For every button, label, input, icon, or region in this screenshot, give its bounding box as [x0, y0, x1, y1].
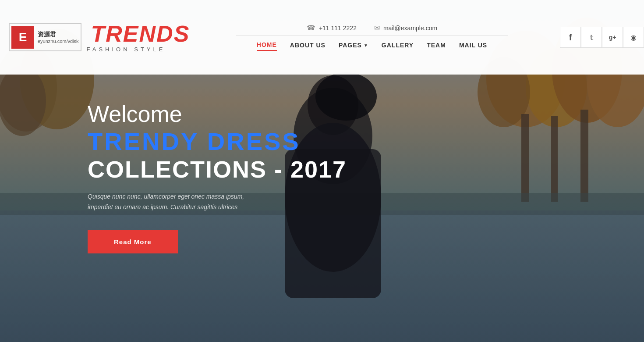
logo-text: 资源君 eyunzhu.com/vdisk	[38, 31, 79, 44]
nav-about[interactable]: ABOUT US	[290, 40, 326, 50]
nav-team[interactable]: TEAM	[427, 40, 446, 50]
hero-trendy-text: TRENDY DRESS	[88, 127, 347, 156]
logo-badge-container: E 资源君 eyunzhu.com/vdisk	[9, 23, 81, 51]
nav-home[interactable]: HOME	[257, 39, 277, 51]
email-icon: ✉	[374, 24, 380, 32]
facebook-button[interactable]: f	[560, 27, 581, 48]
social-bar: f 𝕥 g+ ◉	[560, 27, 644, 48]
main-nav: HOME ABOUT US PAGES ▼ GALLERY TEAM MAIL …	[257, 39, 487, 51]
header-divider	[236, 36, 508, 36]
logo-e-badge: E	[11, 26, 34, 49]
logo-area: E 资源君 eyunzhu.com/vdisk TRENDS FASHION S…	[0, 22, 184, 53]
nav-pages[interactable]: PAGES ▼	[339, 40, 368, 50]
hero-content: Welcome TRENDY DRESS COLLECTIONS - 2017 …	[88, 101, 347, 253]
logo-chinese: 资源君	[38, 31, 79, 39]
brand-tagline: FASHION STYLE	[87, 46, 190, 53]
hero-collections-text: COLLECTIONS - 2017	[88, 156, 347, 183]
nav-gallery[interactable]: GALLERY	[382, 40, 414, 50]
phone-number: +11 111 2222	[319, 25, 357, 32]
hero-description: Quisque nunc nunc, ullamcorper eget onec…	[88, 192, 307, 213]
twitter-button[interactable]: 𝕥	[581, 27, 602, 48]
brand-name: TRENDS	[91, 22, 190, 45]
phone-contact: ☎ +11 111 2222	[307, 24, 357, 32]
pages-dropdown-icon: ▼	[364, 43, 368, 48]
contact-bar: ☎ +11 111 2222 ✉ mail@example.com	[307, 24, 437, 32]
brand-block: TRENDS FASHION STYLE	[87, 22, 190, 53]
header: E 资源君 eyunzhu.com/vdisk TRENDS FASHION S…	[0, 0, 644, 75]
email-address: mail@example.com	[383, 25, 437, 32]
nav-mail[interactable]: MAIL US	[459, 40, 487, 50]
hero-desc-line1: Quisque nunc nunc, ullamcorper eget onec…	[88, 193, 244, 200]
email-contact: ✉ mail@example.com	[374, 24, 437, 32]
header-center: ☎ +11 111 2222 ✉ mail@example.com HOME A…	[236, 24, 508, 51]
dribbble-button[interactable]: ◉	[623, 27, 644, 48]
read-more-button[interactable]: Read More	[88, 230, 178, 253]
logo-url: eyunzhu.com/vdisk	[38, 39, 79, 44]
phone-icon: ☎	[307, 24, 315, 32]
hero-desc-line2: imperdiet eu ornare ac ipsum. Curabitur …	[88, 203, 237, 210]
google-plus-button[interactable]: g+	[602, 27, 623, 48]
hero-welcome-text: Welcome	[88, 101, 347, 127]
